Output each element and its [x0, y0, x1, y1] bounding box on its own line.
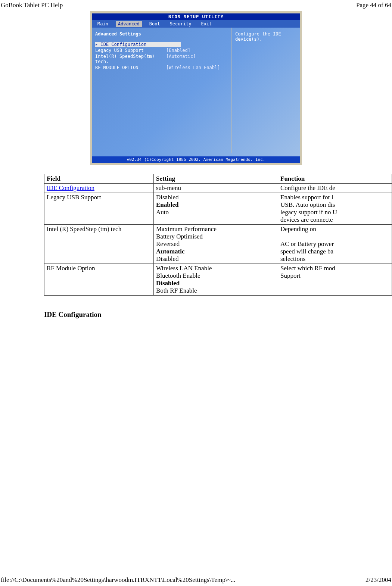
- cell-setting: sub-menu: [154, 184, 278, 193]
- bios-tabs: Main Advanced Boot Security Exit: [92, 20, 300, 28]
- table-row: RF Module OptionWireless LAN EnableBluet…: [44, 264, 392, 296]
- th-function: Function: [278, 174, 392, 184]
- table-row: IDE Configurationsub-menuConfigure the I…: [44, 184, 392, 193]
- ide-configuration-link[interactable]: IDE Configuration: [47, 184, 94, 191]
- bios-left-heading: Advanced Settings: [95, 31, 228, 37]
- cell-field: Legacy USB Support: [44, 193, 154, 225]
- bios-body: Advanced Settings ▸ IDE Configuration Le…: [92, 28, 300, 153]
- page-header: GoBook Tablet PC Help Page 44 of 64: [0, 0, 392, 10]
- ide-configuration-heading: IDE Configuration: [44, 311, 392, 319]
- cell-setting: Maximum PerformanceBattery OptimisedReve…: [154, 225, 278, 264]
- content-area: Field Setting Function IDE Configuration…: [44, 174, 392, 319]
- bios-help-line1: Configure the IDE: [235, 31, 297, 37]
- cell-function: Depending on AC or Battery powerspeed wi…: [278, 225, 392, 264]
- bios-tab-advanced: Advanced: [116, 21, 142, 27]
- table-row: Intel (R) SpeedStep (tm) techMaximum Per…: [44, 225, 392, 264]
- bios-screenshot: BIOS SETUP UTILITY Main Advanced Boot Se…: [90, 11, 302, 165]
- bios-tab-boot: Boot: [147, 21, 162, 27]
- bios-left-panel: Advanced Settings ▸ IDE Configuration Le…: [92, 28, 232, 153]
- bios-item-rf: RF MODULE OPTION [Wireless Lan Enabl]: [95, 65, 228, 70]
- cell-setting: Wireless LAN EnableBluetooth EnableDisab…: [154, 264, 278, 296]
- cell-field: Intel (R) SpeedStep (tm) tech: [44, 225, 154, 264]
- bios-screenshot-wrap: BIOS SETUP UTILITY Main Advanced Boot Se…: [0, 11, 392, 165]
- bios-tab-main: Main: [95, 21, 111, 27]
- th-setting: Setting: [154, 174, 278, 184]
- bios-right-panel: Configure the IDE device(s).: [232, 28, 300, 153]
- cell-setting: DisabledEnabledAuto: [154, 193, 278, 225]
- bios-item-usb: Legacy USB Support [Enabled]: [95, 48, 228, 53]
- cell-function: Configure the IDE de: [278, 184, 392, 193]
- settings-table: Field Setting Function IDE Configuration…: [44, 174, 392, 296]
- bios-item-ide: ▸ IDE Configuration: [95, 42, 181, 47]
- bios-help-line2: device(s).: [235, 37, 297, 42]
- page-number: Page 44 of 64: [356, 1, 391, 9]
- bios-item-speedstep: Intel(R) SpeedStep(tm) tech. [Automatic]: [95, 54, 228, 64]
- cell-function: Enables support for lUSB. Auto option di…: [278, 193, 392, 225]
- bios-footer: v02.34 (C)Copyright 1985-2002, American …: [92, 156, 300, 163]
- bios-tab-security: Security: [168, 21, 194, 27]
- doc-title: GoBook Tablet PC Help: [1, 1, 63, 9]
- cell-field: RF Module Option: [44, 264, 154, 296]
- bios-tab-exit: Exit: [199, 21, 214, 27]
- table-header-row: Field Setting Function: [44, 174, 392, 184]
- bios-title: BIOS SETUP UTILITY: [92, 13, 300, 20]
- cell-field: IDE Configuration: [44, 184, 154, 193]
- th-field: Field: [44, 174, 154, 184]
- table-row: Legacy USB SupportDisabledEnabledAutoEna…: [44, 193, 392, 225]
- cell-function: Select which RF modSupport: [278, 264, 392, 296]
